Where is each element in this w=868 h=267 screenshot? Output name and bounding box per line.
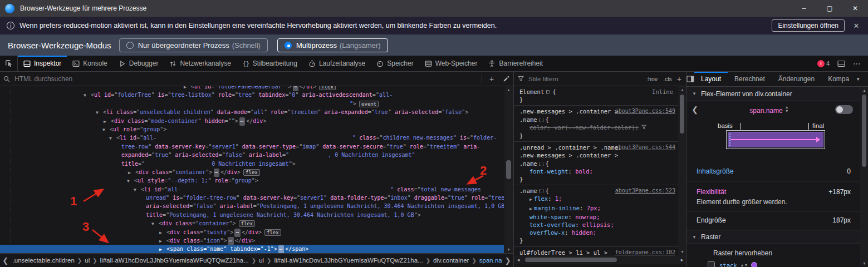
mode-option-parent-process[interactable]: Nur übergeordneter Prozess (Schnell) [119,38,268,52]
highlight-matches-icon[interactable] [540,189,543,193]
maximize-button[interactable]: ▢ [817,0,842,17]
rule-declaration[interactable]: color: var(--new-folder-color); [514,123,679,132]
rule-declaration[interactable]: ▶margin-inline: 7px; [514,204,679,213]
tab-debugger[interactable]: Debugger [113,56,164,71]
tab-web-speicher[interactable]: Web-Speicher [419,56,483,71]
ellipsis-badge[interactable]: ⋯ [214,169,219,177]
rules-scrollbar[interactable]: ▴ ▾ [678,86,686,255]
split-console-icon[interactable] [837,60,845,67]
markup-line[interactable]: ▼<li id="all-" class="children new-messa… [0,134,504,142]
scroll-up-icon[interactable]: ▴ [860,87,868,94]
ellipsis-badge[interactable]: ⋯ [239,117,245,126]
scroll-down-icon[interactable]: ▾ [860,260,868,267]
twisty-icon[interactable]: ▼ [134,186,141,194]
grid-item-row[interactable]: stack ▲▼ [708,261,757,267]
rule-selector[interactable]: .unread > .container > .name,about3Pane.… [514,144,679,151]
radio-checked-icon[interactable] [285,42,292,49]
rule-selector[interactable]: .name{ [514,116,679,123]
markup-line[interactable]: title="Posteingang, 1 ungelesene Nachric… [0,211,504,219]
flex-item-select[interactable]: span.name▲▼ [703,105,835,115]
twisty-icon[interactable]: ▶ [128,169,135,177]
flex-section-header[interactable]: ▼ Flex-Element von div.container [686,87,861,101]
rule-selector[interactable]: .name{ [514,160,679,167]
tab-inspektor[interactable]: Inspektor [18,56,67,71]
css-rule[interactable]: .unread > .container > .name,about3Pane.… [514,142,679,185]
grid-color-swatch[interactable] [751,262,757,267]
markup-line[interactable]: ▶<div class="twisty">⋯</div>flex [0,228,504,236]
add-node-button[interactable]: + [484,75,499,83]
style-filter-input[interactable] [527,75,644,83]
css-rule[interactable]: .name{about3Pane.css:523▶flex: 1;▶margin… [514,185,679,246]
rule-declaration[interactable]: overflow-x: hidden; [514,229,679,236]
rule-selector[interactable]: .new-messages > .container > [514,151,679,159]
breadcrumb-item[interactable]: .unselectable.children [11,257,76,264]
scroll-down-icon[interactable]: ▾ [678,248,686,255]
grid-checkbox[interactable] [708,261,715,267]
ellipsis-badge[interactable]: ⋯ [228,237,233,245]
mode-option-multiprocess[interactable]: Multiprozess (Langsamer) [277,38,388,52]
twisty-icon[interactable]: ▶ [159,229,166,237]
class-toggle-button[interactable]: .cls [660,76,675,82]
node-picker-icon[interactable] [0,56,18,71]
twisty-icon[interactable]: ▶ [104,117,111,126]
rule-declaration[interactable]: text-overflow: ellipsis; [514,221,679,229]
pseudo-class-button[interactable]: :hov [644,76,660,82]
notification-close-icon[interactable]: ✕ [848,22,865,30]
twisty-icon[interactable]: ▼ [692,91,697,96]
rule-selector[interactable]: ul#folderTree > li > ul >folderpane.css:… [514,249,679,255]
markup-line[interactable]: ▼<ul style="--depth: 1;" role="group"> [0,176,504,185]
breadcrumb-back-icon[interactable]: ❮ [0,256,11,265]
scrollbar-thumb[interactable] [506,160,511,179]
overridden-filter-icon[interactable] [641,125,646,131]
tab-netzwerkanalyse[interactable]: Netzwerkanalyse [164,56,236,71]
rule-declaration[interactable]: ▶flex: 1; [514,195,679,204]
stylesheet-link[interactable]: folderpane.css:102 [615,249,675,255]
back-chevron-icon[interactable]: ❮ [686,105,703,114]
twisty-icon[interactable]: ▼ [109,134,116,142]
close-button[interactable]: ✕ [842,0,868,17]
twisty-icon[interactable]: ▼ [84,91,91,100]
stylesheet-link[interactable]: about3Pane.css:523 [615,187,675,195]
rule-selector[interactable]: .name{about3Pane.css:523 [514,187,679,195]
event-badge[interactable]: event [359,101,379,107]
css-rule[interactable]: .new-messages > .container >about3Pane.c… [514,106,679,142]
breadcrumb-item[interactable]: li#all-aW1hcDovL3JhbGYuemlsaWFuQTQwZ21ha… [272,257,424,264]
highlight-matches-icon[interactable] [540,118,543,122]
devtools-menu-icon[interactable]: ⋯ [853,59,861,68]
markup-line[interactable]: ▶<div class="icon">⋯</div> [0,236,504,245]
rules-list[interactable]: Element{Inline}.new-messages > .containe… [514,86,679,255]
twisty-icon[interactable]: ▼ [151,220,159,228]
twisty-icon[interactable]: ▼ [102,126,110,134]
markup-line[interactable]: unread" is="folder-tree-row" data-server… [0,194,504,202]
twisty-icon[interactable]: ▼ [692,235,697,240]
markup-line[interactable]: ▼<ul role="group"> [0,125,504,134]
search-input[interactable] [13,75,479,83]
markup-line[interactable]: tree-row" data-server-key="server1" data… [0,142,504,151]
markup-scrollbar[interactable]: ▴ ▾ [504,86,513,253]
markup-tree-view[interactable]: ▶<ul id="folderPaneHeaderBar" >⋯</ul>fle… [0,86,504,253]
rule-declaration[interactable]: font-weight: bold; [514,167,679,175]
breadcrumb-item[interactable]: ul [257,257,266,264]
rule-declaration[interactable]: white-space: nowrap; [514,213,679,221]
sidebar-toggle-icon[interactable] [686,72,694,86]
css-rule[interactable]: Element{Inline} [514,86,679,106]
tab-änderungen[interactable]: Änderungen [772,72,821,86]
scroll-up-icon[interactable]: ▴ [504,86,513,93]
markup-line[interactable]: ">event [0,100,504,108]
flex-highlight-toggle[interactable] [835,105,853,114]
breadcrumb-item[interactable]: span.name [478,257,503,264]
flex-badge[interactable]: flex [319,86,336,90]
breadcrumb-item[interactable]: div.container [431,257,470,264]
twisty-icon[interactable]: ▼ [127,177,134,185]
markup-line[interactable]: ▼<div class="container">flex [0,219,504,228]
markup-line[interactable]: ▶<div class="container">⋯</div>flex [0,168,504,176]
twisty-icon[interactable]: ▼ [96,108,103,117]
eyedropper-icon[interactable] [499,76,513,82]
scroll-left-icon[interactable]: ◂ [514,255,523,264]
markup-line[interactable]: ▶<ul id="folderPaneHeaderBar" >⋯</ul>fle… [0,86,504,91]
ellipsis-badge[interactable]: ⋯ [278,245,284,253]
css-rule[interactable]: ul#folderTree > li > ul >folderpane.css:… [514,247,679,255]
open-settings-button[interactable]: Einstellungen öffnen [772,19,845,32]
tab-speicher[interactable]: Speicher [371,56,419,71]
stylesheet-link[interactable]: about3Pane.css:549 [615,107,675,115]
